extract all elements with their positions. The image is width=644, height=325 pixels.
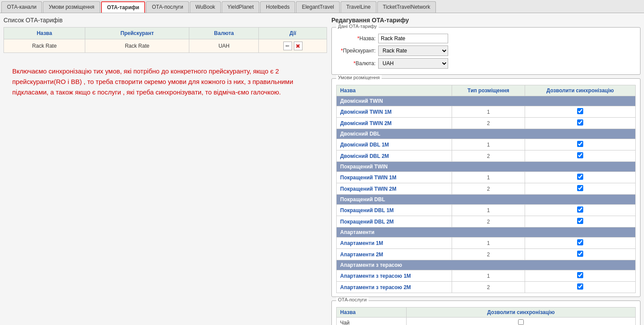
left-panel: Список ОТА-тарифів Назва Прейскурант Вал… (3, 17, 327, 325)
condition-row: Покращений DBL 2М 2 (337, 216, 636, 227)
conditions-header-row: Назва Тип розміщення Дозволити синхроніз… (337, 85, 636, 96)
condition-name: Апартаменти з терасою 1М (337, 270, 452, 282)
currency-select[interactable]: UAH (378, 58, 448, 69)
condition-name: Покращений DBL 2М (337, 216, 452, 227)
condition-type: 2 (452, 183, 525, 195)
tab-yieldplanet[interactable]: YieldPlanet (222, 1, 259, 13)
sync-checkbox[interactable] (577, 141, 583, 147)
condition-type: 1 (452, 205, 525, 216)
sync-checkbox[interactable] (577, 108, 583, 114)
condition-type: 1 (452, 270, 525, 282)
ota-services-legend: ОТА-послуги (336, 297, 369, 302)
sync-checkbox[interactable] (577, 283, 583, 290)
service-row: Чай (337, 318, 636, 325)
condition-group-header: Апартаменти (337, 227, 636, 238)
condition-name: Апартаменти з терасою 2М (337, 282, 452, 293)
condition-row: Апартаменти 2М 2 (337, 249, 636, 260)
cond-col-name: Назва (337, 85, 452, 96)
service-sync-checkbox[interactable] (518, 319, 524, 325)
service-name: Чай (337, 318, 407, 325)
condition-sync-cell (525, 282, 635, 293)
tab-travelline[interactable]: TravelLine (341, 1, 376, 13)
group-name: Покращений TWIN (337, 162, 636, 172)
tariffs-table: Назва Прейскурант Валюта Дії Rack Rate R… (3, 27, 327, 53)
name-label: *Назва: (336, 35, 376, 42)
condition-sync-cell (525, 172, 635, 183)
tab-wubook[interactable]: WuBook (190, 1, 221, 13)
condition-row: Покращений TWIN 2М 2 (337, 183, 636, 195)
edit-panel-title: Редагування ОТА-тарифу (331, 17, 641, 24)
action-icons: ✏ ✖ (262, 42, 323, 50)
condition-sync-cell (525, 183, 635, 195)
ota-services-content: Назва Дозволити синхронізацію Чай (332, 301, 640, 325)
name-input[interactable] (378, 34, 448, 43)
tariff-name: Rack Rate (4, 39, 85, 53)
cond-col-type: Тип розміщення (452, 85, 525, 96)
condition-name: Покращений TWIN 2М (337, 183, 452, 195)
tab-tickettravelnetwork[interactable]: TicketTravelNetwork (377, 1, 436, 13)
condition-row: Апартаменти з терасою 2М 2 (337, 282, 636, 293)
tab-placement-conditions[interactable]: Умови розміщення (43, 1, 100, 13)
condition-type: 2 (452, 249, 525, 260)
condition-type: 2 (452, 118, 525, 129)
sync-checkbox[interactable] (577, 152, 583, 158)
edit-button[interactable]: ✏ (283, 42, 292, 50)
condition-sync-cell (525, 249, 635, 260)
tariff-currency: UAH (189, 39, 259, 53)
col-pricelist: Прейскурант (85, 28, 189, 39)
condition-sync-cell (525, 106, 635, 118)
condition-name: Покращений DBL 1М (337, 205, 452, 216)
tab-ota-channels[interactable]: ОТА-канали (1, 1, 42, 13)
pricelist-select[interactable]: Rack Rate (378, 45, 448, 56)
condition-sync-cell (525, 205, 635, 216)
row-delete-button[interactable]: ✖ (294, 42, 303, 50)
condition-name: Апартаменти 2М (337, 249, 452, 260)
condition-row: Двомісний DBL 2М 2 (337, 150, 636, 162)
condition-type: 1 (452, 172, 525, 183)
sync-checkbox[interactable] (577, 174, 583, 180)
condition-type: 1 (452, 139, 525, 150)
condition-type: 2 (452, 150, 525, 162)
condition-type: 1 (452, 106, 525, 118)
ota-data-fieldset: Дані ОТА-тарифу *Назва: *Прейскурант: Ra… (331, 27, 641, 75)
sync-checkbox[interactable] (577, 251, 583, 257)
condition-group-header: Покращений DBL (337, 195, 636, 205)
group-name: Апартаменти (337, 227, 636, 238)
sync-checkbox[interactable] (577, 218, 583, 224)
sync-checkbox[interactable] (577, 185, 583, 191)
group-name: Покращений DBL (337, 195, 636, 205)
sync-checkbox[interactable] (577, 272, 583, 278)
condition-sync-cell (525, 270, 635, 282)
condition-group-header: Апартаменти з терасою (337, 260, 636, 270)
condition-sync-cell (525, 150, 635, 162)
condition-row: Апартаменти 1М 1 (337, 238, 636, 249)
condition-name: Двомісний TWIN 1М (337, 106, 452, 118)
pricelist-row: *Прейскурант: Rack Rate (336, 45, 636, 56)
currency-label: *Валюта: (336, 60, 376, 66)
tab-ota-services[interactable]: ОТА-послуги (146, 1, 189, 13)
conditions-table: Назва Тип розміщення Дозволити синхроніз… (336, 85, 636, 293)
condition-group-header: Двомісний DBL (337, 129, 636, 139)
condition-row: Двомісний TWIN 1М 1 (337, 106, 636, 118)
condition-row: Двомісний DBL 1М 1 (337, 139, 636, 150)
sync-checkbox[interactable] (577, 206, 583, 213)
sync-checkbox[interactable] (577, 119, 583, 126)
col-currency: Валюта (189, 28, 259, 39)
tab-hotelbeds[interactable]: Hotelbeds (260, 1, 295, 13)
tab-eleganttravel[interactable]: ElegantTravel (296, 1, 340, 13)
conditions-legend: Умови розміщення (336, 75, 382, 80)
service-sync-cell (407, 318, 636, 325)
tab-ota-tariffs[interactable]: ОТА-тарифи (101, 1, 146, 13)
table-row: Rack Rate Rack Rate UAH ✏ ✖ (4, 39, 327, 53)
condition-row: Апартаменти з терасою 1М 1 (337, 270, 636, 282)
sync-checkbox[interactable] (577, 239, 583, 245)
condition-sync-cell (525, 216, 635, 227)
group-name: Двомісний DBL (337, 129, 636, 139)
condition-sync-cell (525, 238, 635, 249)
condition-name: Двомісний TWIN 2М (337, 118, 452, 129)
condition-row: Покращений TWIN 1М 1 (337, 172, 636, 183)
services-header-row: Назва Дозволити синхронізацію (337, 308, 636, 318)
annotation-text: Включаємо синхронізацію тих умов, які по… (3, 53, 327, 111)
condition-name: Апартаменти 1М (337, 238, 452, 249)
conditions-fieldset: Умови розміщення Назва Тип розміщення До… (331, 78, 641, 297)
